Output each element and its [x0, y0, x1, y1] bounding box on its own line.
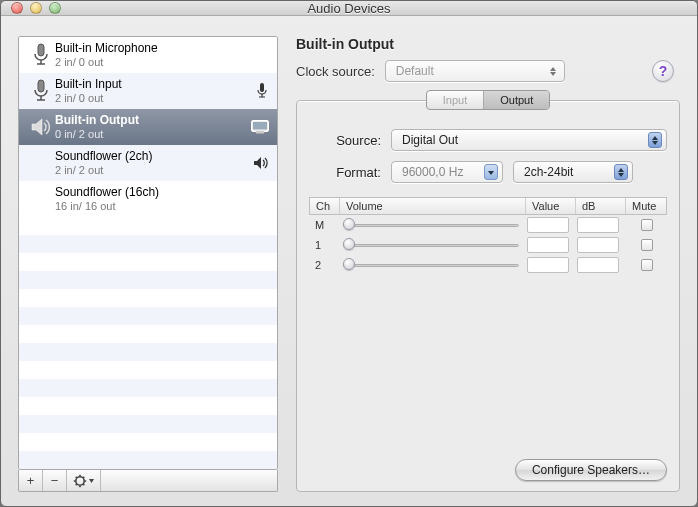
gear-icon	[73, 474, 95, 488]
remove-device-button[interactable]: −	[43, 470, 67, 491]
svg-rect-0	[38, 44, 44, 56]
titlebar: Audio Devices	[1, 1, 697, 16]
channel-label: 2	[309, 259, 339, 271]
channel-row-2: 2	[309, 255, 667, 275]
value-field[interactable]	[527, 217, 569, 233]
format-bits-value: 2ch-24bit	[524, 165, 573, 179]
device-row-soundflower-2ch[interactable]: Soundflower (2ch) 2 in/ 2 out	[19, 145, 277, 181]
value-field[interactable]	[527, 237, 569, 253]
microphone-icon	[27, 79, 55, 103]
volume-slider[interactable]	[343, 258, 519, 272]
clock-source-popup[interactable]: Default	[385, 60, 565, 82]
mute-checkbox[interactable]	[641, 219, 653, 231]
detail-title: Built-in Output	[296, 36, 674, 52]
device-io: 16 in/ 16 out	[55, 200, 269, 213]
svg-marker-13	[254, 157, 261, 169]
device-name: Built-in Output	[55, 114, 247, 128]
db-field[interactable]	[577, 217, 619, 233]
value-field[interactable]	[527, 257, 569, 273]
format-rate-value: 96000,0 Hz	[402, 165, 463, 179]
svg-point-14	[75, 476, 83, 484]
channel-label: M	[309, 219, 339, 231]
clock-source-label: Clock source:	[296, 64, 375, 79]
audio-devices-window: Audio Devices Built-in Microphone 2 in/ …	[0, 0, 698, 507]
mute-checkbox[interactable]	[641, 259, 653, 271]
channel-label: 1	[309, 239, 339, 251]
svg-rect-3	[38, 80, 44, 92]
svg-marker-9	[32, 119, 42, 135]
device-row-builtin-output[interactable]: Built-in Output 0 in/ 2 out	[19, 109, 277, 145]
svg-line-22	[75, 484, 76, 485]
device-io: 2 in/ 2 out	[55, 164, 249, 177]
svg-line-21	[83, 476, 84, 477]
col-value[interactable]: Value	[526, 198, 576, 214]
content: Built-in Microphone 2 in/ 0 out Built-in…	[1, 16, 697, 506]
tab-input: Input	[427, 91, 484, 109]
device-row-builtin-input[interactable]: Built-in Input 2 in/ 0 out	[19, 73, 277, 109]
source-popup[interactable]: Digital Out	[391, 129, 667, 151]
channel-table: Ch Volume Value dB Mute M 1	[309, 197, 667, 275]
col-ch[interactable]: Ch	[310, 198, 340, 214]
tab-output[interactable]: Output	[484, 91, 549, 109]
add-device-button[interactable]: +	[19, 470, 43, 491]
svg-line-20	[83, 484, 84, 485]
device-name: Soundflower (2ch)	[55, 150, 249, 164]
col-db[interactable]: dB	[576, 198, 626, 214]
help-button[interactable]: ?	[652, 60, 674, 82]
format-rate-combo[interactable]: 96000,0 Hz	[391, 161, 503, 183]
svg-marker-23	[89, 479, 94, 483]
device-name: Soundflower (16ch)	[55, 186, 269, 200]
source-value: Digital Out	[402, 133, 458, 147]
channel-header: Ch Volume Value dB Mute	[309, 197, 667, 215]
device-name: Built-in Input	[55, 78, 251, 92]
device-io: 0 in/ 2 out	[55, 128, 247, 141]
device-io: 2 in/ 0 out	[55, 56, 269, 69]
volume-slider[interactable]	[343, 238, 519, 252]
svg-rect-12	[253, 122, 267, 130]
channel-row-1: 1	[309, 235, 667, 255]
format-bits-popup[interactable]: 2ch-24bit	[513, 161, 633, 183]
device-list-toolbar: + −	[18, 470, 278, 492]
window-title: Audio Devices	[1, 1, 697, 16]
device-row-soundflower-16ch[interactable]: Soundflower (16ch) 16 in/ 16 out	[19, 181, 277, 217]
format-label: Format:	[309, 165, 381, 180]
svg-rect-11	[256, 131, 264, 134]
svg-line-19	[75, 476, 76, 477]
device-io: 2 in/ 0 out	[55, 92, 251, 105]
source-label: Source:	[309, 133, 381, 148]
default-input-icon	[255, 82, 269, 100]
microphone-icon	[27, 43, 55, 67]
col-mute[interactable]: Mute	[626, 198, 666, 214]
volume-slider[interactable]	[343, 218, 519, 232]
col-volume[interactable]: Volume	[340, 198, 526, 214]
clock-source-value: Default	[396, 64, 434, 78]
channel-row-master: M	[309, 215, 667, 235]
output-group: Source: Digital Out Format: 96000,0 Hz 2…	[296, 100, 680, 492]
system-output-icon	[251, 120, 269, 134]
io-tabs: Input Output	[296, 90, 680, 110]
speaker-icon	[27, 116, 55, 138]
svg-rect-6	[260, 83, 264, 92]
device-name: Built-in Microphone	[55, 42, 269, 56]
device-sidebar: Built-in Microphone 2 in/ 0 out Built-in…	[18, 36, 278, 492]
device-row-builtin-microphone[interactable]: Built-in Microphone 2 in/ 0 out	[19, 37, 277, 73]
configure-speakers-button[interactable]: Configure Speakers…	[515, 459, 667, 481]
default-output-icon	[253, 156, 269, 170]
db-field[interactable]	[577, 237, 619, 253]
mute-checkbox[interactable]	[641, 239, 653, 251]
device-list[interactable]: Built-in Microphone 2 in/ 0 out Built-in…	[18, 36, 278, 470]
action-menu-button[interactable]	[67, 470, 101, 491]
device-detail: Built-in Output Clock source: Default ? …	[296, 36, 680, 492]
empty-rows	[19, 217, 277, 469]
db-field[interactable]	[577, 257, 619, 273]
